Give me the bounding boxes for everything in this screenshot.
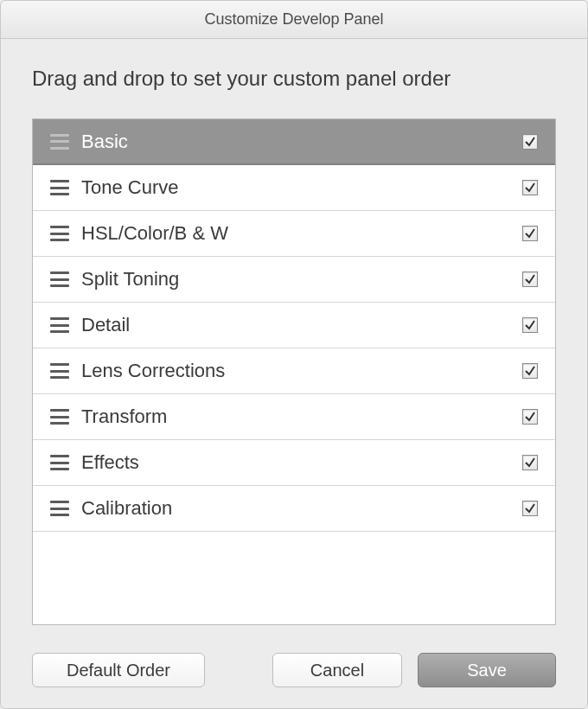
panel-label: HSL/Color/B & W bbox=[81, 222, 522, 245]
drag-handle-icon[interactable] bbox=[50, 134, 69, 150]
cancel-button[interactable]: Cancel bbox=[272, 653, 402, 687]
panel-row-detail[interactable]: Detail bbox=[33, 303, 555, 348]
panel-row-effects[interactable]: Effects bbox=[33, 440, 555, 486]
panel-row-basic[interactable]: Basic bbox=[33, 119, 555, 165]
drag-handle-icon[interactable] bbox=[50, 317, 69, 333]
panel-label: Transform bbox=[81, 406, 522, 428]
panel-list: Basic Tone Curve HSL/Color/B & W bbox=[32, 118, 556, 625]
window-title: Customize Develop Panel bbox=[204, 10, 383, 29]
panel-row-lens-corrections[interactable]: Lens Corrections bbox=[33, 348, 555, 394]
drag-handle-icon[interactable] bbox=[50, 409, 69, 425]
content-area: Drag and drop to set your custom panel o… bbox=[1, 39, 587, 708]
panel-label: Tone Curve bbox=[81, 176, 522, 199]
drag-handle-icon[interactable] bbox=[50, 271, 69, 287]
panel-label: Lens Corrections bbox=[81, 360, 522, 382]
drag-handle-icon[interactable] bbox=[50, 455, 69, 470]
panel-checkbox-hsl-color-bw[interactable] bbox=[522, 226, 538, 241]
panel-label: Effects bbox=[81, 451, 522, 474]
panel-label: Split Toning bbox=[81, 268, 522, 291]
window-titlebar: Customize Develop Panel bbox=[1, 1, 587, 39]
panel-checkbox-split-toning[interactable] bbox=[522, 271, 538, 287]
panel-label: Basic bbox=[81, 131, 522, 153]
drag-handle-icon[interactable] bbox=[50, 226, 69, 241]
customize-develop-panel-window: Customize Develop Panel Drag and drop to… bbox=[0, 0, 588, 709]
drag-handle-icon[interactable] bbox=[50, 501, 69, 516]
panel-checkbox-transform[interactable] bbox=[522, 409, 538, 425]
drag-handle-icon[interactable] bbox=[50, 180, 69, 195]
panel-label: Detail bbox=[81, 314, 522, 336]
panel-checkbox-tone-curve[interactable] bbox=[522, 180, 538, 195]
panel-checkbox-calibration[interactable] bbox=[522, 501, 538, 516]
panel-row-tone-curve[interactable]: Tone Curve bbox=[33, 165, 555, 211]
drag-handle-icon[interactable] bbox=[50, 363, 69, 379]
empty-row bbox=[33, 532, 555, 624]
panel-row-split-toning[interactable]: Split Toning bbox=[33, 257, 555, 303]
panel-checkbox-lens-corrections[interactable] bbox=[522, 363, 538, 379]
default-order-button[interactable]: Default Order bbox=[32, 653, 205, 687]
dialog-footer: Default Order Cancel Save bbox=[32, 653, 556, 687]
panel-row-hsl-color-bw[interactable]: HSL/Color/B & W bbox=[33, 211, 555, 257]
panel-row-calibration[interactable]: Calibration bbox=[33, 486, 555, 532]
panel-checkbox-detail[interactable] bbox=[522, 317, 538, 333]
panel-checkbox-basic[interactable] bbox=[522, 134, 538, 150]
panel-label: Calibration bbox=[81, 497, 522, 520]
panel-row-transform[interactable]: Transform bbox=[33, 394, 555, 440]
save-button[interactable]: Save bbox=[418, 653, 556, 687]
instruction-text: Drag and drop to set your custom panel o… bbox=[32, 67, 556, 91]
panel-checkbox-effects[interactable] bbox=[522, 455, 538, 470]
